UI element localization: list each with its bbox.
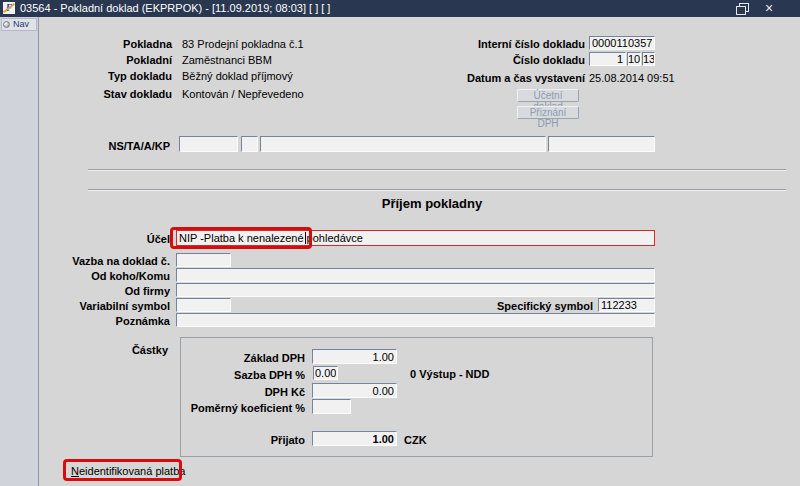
neidentifikovana-platba-link[interactable]: Neidentifikovaná platba <box>71 465 185 477</box>
ns-field[interactable] <box>179 136 238 152</box>
priznani-dph-button[interactable]: Přiznání DPH <box>517 106 579 119</box>
label-prijato: Přijato <box>180 434 305 446</box>
label-pokladni: Pokladní <box>60 54 172 66</box>
value-pokladna: 83 Prodejní pokladna č.1 <box>182 38 304 50</box>
app-logo-icon: F <box>3 2 15 14</box>
kp-field[interactable] <box>548 136 655 152</box>
left-sidebar <box>0 17 39 486</box>
specificky-symbol-field[interactable] <box>598 298 655 312</box>
label-variabilni-symbol: Variabilní symbol <box>60 300 170 312</box>
restore-window-icon[interactable] <box>736 3 749 14</box>
label-poznamka: Poznámka <box>60 315 170 327</box>
label-datum-vystaveni: Datum a čas vystavení <box>450 72 585 84</box>
sazba-dph-field[interactable] <box>313 366 338 380</box>
link-text: eidentifikovaná platba <box>79 465 185 477</box>
od-koho-field[interactable] <box>176 268 655 282</box>
prijato-field[interactable] <box>312 431 397 446</box>
section-title: Příjem pokladny <box>90 196 774 211</box>
value-stav-dokladu: Kontován / Nepřevedeno <box>182 88 304 100</box>
internal-number-field[interactable] <box>589 36 655 50</box>
label-cislo-dokladu: Číslo dokladu <box>450 54 585 66</box>
label-zaklad-dph: Základ DPH <box>180 352 305 364</box>
text-cursor <box>305 232 306 244</box>
zaklad-dph-field[interactable] <box>312 349 397 364</box>
label-interni-cislo: Interní číslo dokladu <box>450 38 585 50</box>
label-od-firmy: Od firmy <box>60 285 170 297</box>
doc-number-field-2[interactable] <box>627 52 641 66</box>
label-ns-ta-a-kp: NS/TA/A/KP <box>60 140 170 152</box>
nav-sphere-icon <box>3 21 10 28</box>
dph-type-note: 0 Výstup - NDD <box>410 368 489 380</box>
ucel-field[interactable] <box>176 230 655 246</box>
value-typ-dokladu: Běžný doklad příjmový <box>182 70 293 82</box>
variabilni-symbol-field[interactable] <box>176 298 231 312</box>
dph-kc-field[interactable] <box>312 383 397 398</box>
label-specificky-symbol: Specifický symbol <box>450 300 593 312</box>
label-stav-dokladu: Stav dokladu <box>60 88 172 100</box>
label-sazba-dph: Sazba DPH % <box>180 369 305 381</box>
label-castky: Částky <box>60 344 168 356</box>
poznamka-field[interactable] <box>176 313 655 327</box>
od-firmy-field[interactable] <box>176 283 655 297</box>
currency-label: CZK <box>404 434 427 446</box>
label-od-koho: Od koho/Komu <box>60 270 170 282</box>
label-dph-kc: DPH Kč <box>180 386 305 398</box>
label-ucel: Účel <box>60 233 170 245</box>
horizontal-divider <box>88 169 786 171</box>
value-datum-vystaveni: 25.08.2014 09:51 <box>589 72 675 84</box>
pomerny-koeficient-field[interactable] <box>312 399 351 414</box>
doc-number-field-3[interactable] <box>642 52 655 66</box>
link-mnemonic: N <box>71 465 79 477</box>
window-titlebar: F 03564 - Pokladní doklad (EKPRPOK) - [1… <box>0 0 800 17</box>
label-typ-dokladu: Typ dokladu <box>60 70 172 82</box>
label-pomerny-koeficient: Poměrný koeficient % <box>180 402 305 414</box>
vazba-na-doklad-field[interactable] <box>176 253 231 267</box>
window-title: 03564 - Pokladní doklad (EKPRPOK) - [11.… <box>20 2 330 14</box>
label-pokladna: Pokladna <box>60 38 172 50</box>
doc-number-field-1[interactable] <box>589 52 626 66</box>
horizontal-divider <box>88 189 786 191</box>
ucetni-doklad-button[interactable]: Účetní doklad <box>517 89 579 102</box>
value-pokladni: Zaměstnanci BBM <box>182 54 272 66</box>
label-vazba-na-doklad: Vazba na doklad č. <box>60 255 170 267</box>
a-field[interactable] <box>260 136 546 152</box>
ta-field[interactable] <box>241 136 258 152</box>
close-window-icon[interactable]: × <box>761 0 777 16</box>
